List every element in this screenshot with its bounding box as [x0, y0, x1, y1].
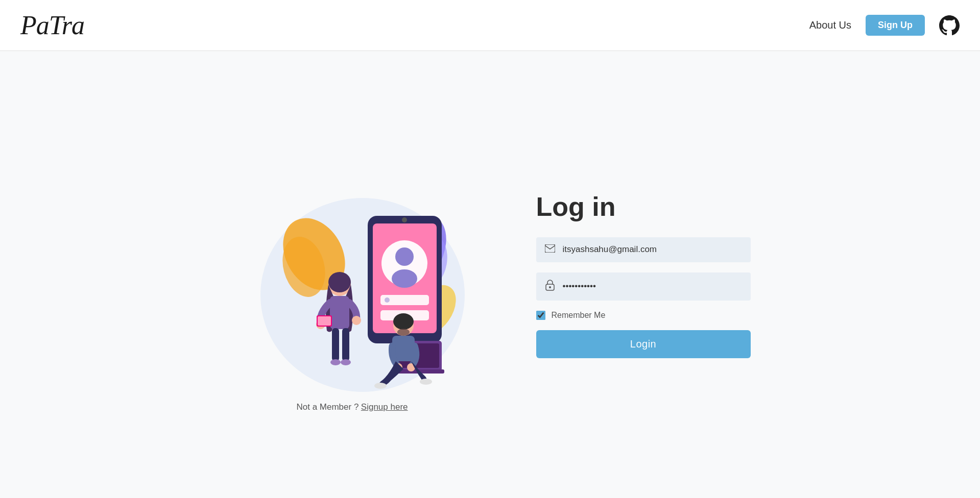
email-input-group	[536, 237, 751, 262]
not-member-text: Not a Member ?	[296, 402, 358, 412]
login-button[interactable]: Login	[536, 330, 751, 358]
svg-rect-21	[342, 328, 349, 361]
email-icon	[544, 244, 556, 255]
svg-point-11	[392, 269, 417, 288]
svg-rect-20	[332, 328, 339, 361]
svg-rect-25	[318, 316, 331, 326]
logo: PaTra	[20, 10, 84, 40]
svg-point-35	[374, 383, 387, 389]
svg-point-22	[330, 359, 341, 365]
signup-button[interactable]: Sign Up	[866, 15, 925, 36]
nav-right: About Us Sign Up	[809, 15, 960, 36]
about-us-link[interactable]: About Us	[809, 19, 851, 31]
main-content: Not a Member ? Signup here Log in	[0, 51, 980, 498]
login-illustration	[230, 137, 475, 392]
svg-point-8	[402, 217, 407, 222]
header: PaTra About Us Sign Up	[0, 0, 980, 51]
svg-point-30	[393, 313, 414, 330]
github-icon[interactable]	[939, 15, 960, 36]
email-input[interactable]	[563, 244, 743, 255]
svg-point-13	[385, 297, 390, 303]
remember-label[interactable]: Remember Me	[552, 311, 606, 320]
svg-point-16	[328, 272, 351, 292]
login-title: Log in	[536, 191, 751, 222]
svg-rect-37	[545, 244, 555, 253]
remember-me-group: Remember Me	[536, 311, 751, 320]
remember-checkbox[interactable]	[536, 311, 545, 320]
lock-icon	[544, 280, 556, 293]
illustration-container: Not a Member ? Signup here	[230, 137, 475, 412]
not-member-section: Not a Member ? Signup here	[296, 402, 408, 412]
password-input-group	[536, 272, 751, 301]
svg-point-31	[397, 329, 410, 336]
svg-point-23	[341, 359, 351, 365]
svg-point-36	[420, 379, 432, 385]
svg-point-10	[395, 247, 414, 266]
password-input[interactable]	[563, 281, 743, 291]
svg-point-19	[352, 316, 361, 325]
svg-point-39	[549, 286, 551, 288]
login-form-container: Log in Reme	[536, 191, 751, 358]
signup-here-link[interactable]: Signup here	[361, 402, 408, 412]
